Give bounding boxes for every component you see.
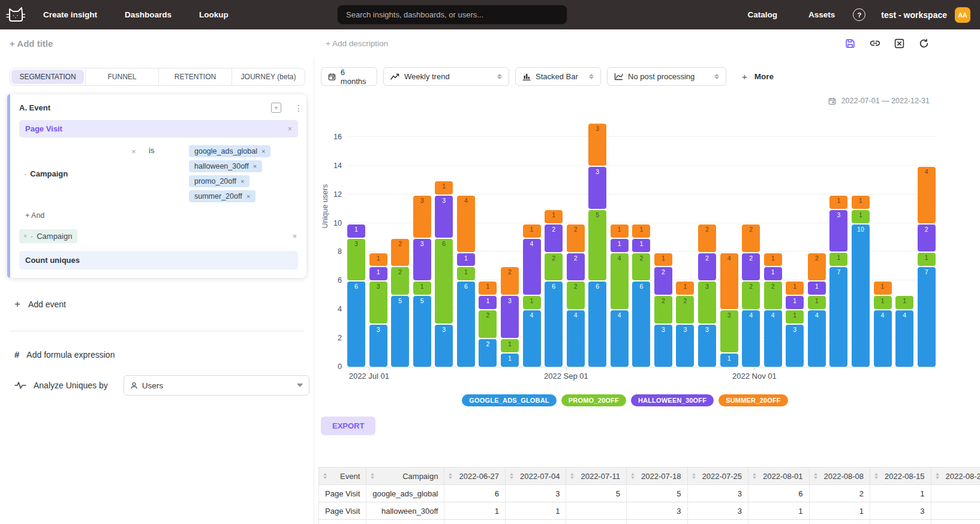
sort-icon[interactable] bbox=[570, 473, 574, 479]
kebab-menu-icon[interactable]: ⋮ bbox=[294, 106, 298, 110]
bar-segment[interactable]: 1 bbox=[829, 196, 847, 209]
bar-segment[interactable]: 1 bbox=[611, 239, 629, 252]
add-title-field[interactable]: + Add title bbox=[10, 38, 53, 49]
bar-segment[interactable]: 1 bbox=[874, 282, 892, 295]
sort-icon[interactable] bbox=[936, 473, 939, 479]
bar-segment[interactable]: 3 bbox=[501, 296, 519, 338]
column-header-campaign[interactable]: Campaign bbox=[366, 468, 444, 485]
avatar[interactable]: AA bbox=[955, 7, 970, 23]
add-formula-button[interactable]: # Add formula expression bbox=[14, 349, 314, 360]
search-input[interactable] bbox=[337, 5, 567, 25]
bar-segment[interactable]: 1 bbox=[874, 296, 892, 309]
bar-segment[interactable]: 4 bbox=[611, 310, 629, 367]
bar-segment[interactable]: 1 bbox=[611, 224, 629, 238]
add-event-button[interactable]: + Add event bbox=[14, 298, 314, 310]
bar-segment[interactable]: 2 bbox=[391, 267, 409, 295]
bar-2022-09-26[interactable]: 6211 bbox=[632, 224, 650, 367]
bar-segment[interactable]: 1 bbox=[545, 210, 563, 223]
add-and-condition[interactable]: + And bbox=[25, 211, 298, 220]
column-header-2022-07-11[interactable]: 2022-07-11 bbox=[566, 468, 627, 485]
nav-create-insight[interactable]: Create insight bbox=[43, 10, 97, 19]
post-processing-select[interactable]: No post processing bbox=[607, 67, 726, 86]
column-header-2022-08-01[interactable]: 2022-08-01 bbox=[748, 468, 810, 485]
bar-2022-12-05[interactable]: 1011 bbox=[852, 196, 870, 367]
bar-2022-08-01[interactable]: 6114 bbox=[457, 196, 475, 367]
bar-2022-08-15[interactable]: 1132 bbox=[501, 267, 519, 367]
sort-icon[interactable] bbox=[371, 473, 374, 479]
bar-2022-08-22[interactable]: 4141 bbox=[523, 224, 541, 367]
bar-segment[interactable]: 1 bbox=[808, 296, 826, 309]
bar-2022-06-27[interactable]: 631 bbox=[347, 224, 365, 367]
link-icon[interactable] bbox=[870, 38, 880, 49]
workspace-name[interactable]: test - workspace bbox=[881, 10, 947, 20]
bar-segment[interactable]: 4 bbox=[764, 310, 782, 367]
tab-retention[interactable]: RETENTION bbox=[158, 68, 232, 85]
column-header-2022-08-22[interactable]: 2022-08-22 bbox=[931, 468, 980, 485]
bar-segment[interactable]: 1 bbox=[852, 196, 870, 209]
bar-segment[interactable]: 4 bbox=[567, 310, 585, 367]
bar-segment[interactable]: 3 bbox=[413, 196, 431, 238]
add-description-field[interactable]: + Add description bbox=[326, 39, 388, 48]
sort-icon[interactable] bbox=[510, 473, 513, 479]
bar-segment[interactable]: 4 bbox=[742, 310, 760, 367]
column-header-2022-06-27[interactable]: 2022-06-27 bbox=[444, 468, 506, 485]
bar-segment[interactable]: 2 bbox=[742, 224, 760, 252]
legend-pill-google_ads_global[interactable]: GOOGLE_ADS_GLOBAL bbox=[462, 394, 557, 406]
bar-segment[interactable]: 1 bbox=[479, 296, 497, 309]
bar-segment[interactable]: 2 bbox=[479, 310, 497, 338]
column-header-2022-07-04[interactable]: 2022-07-04 bbox=[505, 468, 566, 485]
trend-select[interactable]: Weekly trend bbox=[383, 67, 509, 86]
bar-segment[interactable]: 4 bbox=[523, 310, 541, 367]
bar-2022-12-26[interactable]: 7124 bbox=[918, 167, 936, 367]
bar-segment[interactable]: 3 bbox=[698, 282, 716, 324]
remove-value-icon[interactable]: × bbox=[241, 178, 244, 185]
bar-2022-09-12[interactable]: 6533 bbox=[588, 124, 606, 367]
bar-2022-10-31[interactable]: 4222 bbox=[742, 224, 760, 367]
bar-segment[interactable]: 4 bbox=[895, 310, 913, 367]
bar-2022-10-10[interactable]: 321 bbox=[676, 282, 694, 367]
column-header-event[interactable]: Event bbox=[319, 468, 366, 485]
sort-icon[interactable] bbox=[753, 473, 756, 479]
bar-segment[interactable]: 4 bbox=[611, 253, 629, 310]
sort-icon[interactable] bbox=[631, 473, 635, 479]
filter-operator[interactable]: is bbox=[142, 145, 185, 202]
bar-segment[interactable]: 6 bbox=[588, 282, 606, 367]
bar-segment[interactable]: 1 bbox=[829, 253, 847, 266]
bar-2022-08-29[interactable]: 6221 bbox=[545, 210, 563, 367]
date-range[interactable]: 2022-07-01 — 2022-12-31 bbox=[828, 97, 930, 105]
bar-segment[interactable]: 1 bbox=[479, 282, 497, 295]
sort-icon[interactable] bbox=[449, 473, 452, 479]
bar-2022-08-08[interactable]: 2211 bbox=[479, 282, 497, 367]
time-range-button[interactable]: 6 months bbox=[321, 67, 377, 86]
bar-segment[interactable]: 2 bbox=[698, 253, 716, 281]
bar-segment[interactable]: 2 bbox=[479, 339, 497, 367]
bar-2022-09-19[interactable]: 4411 bbox=[611, 224, 629, 367]
bar-segment[interactable]: 3 bbox=[588, 167, 606, 209]
bar-segment[interactable]: 3 bbox=[435, 325, 453, 367]
column-header-2022-07-18[interactable]: 2022-07-18 bbox=[627, 468, 688, 485]
bar-2022-09-05[interactable]: 4222 bbox=[567, 224, 585, 367]
bar-segment[interactable]: 3 bbox=[654, 325, 672, 367]
bar-segment[interactable]: 2 bbox=[545, 224, 563, 252]
bar-2022-11-28[interactable]: 7131 bbox=[829, 196, 847, 367]
bar-segment[interactable]: 2 bbox=[742, 282, 760, 309]
remove-event-icon[interactable]: × bbox=[287, 124, 292, 133]
filter-value-chip[interactable]: summer_20off× bbox=[189, 190, 255, 202]
bar-segment[interactable]: 4 bbox=[523, 239, 541, 295]
bar-2022-10-24[interactable]: 134 bbox=[720, 253, 738, 367]
bar-segment[interactable]: 7 bbox=[918, 267, 936, 367]
bar-segment[interactable]: 3 bbox=[829, 210, 847, 252]
legend-pill-halloween_30off[interactable]: HALLOWEEN_30OFF bbox=[631, 394, 714, 406]
bar-segment[interactable]: 2 bbox=[391, 239, 409, 267]
bar-segment[interactable]: 1 bbox=[501, 339, 519, 352]
filter-value-chip[interactable]: google_ads_global× bbox=[189, 145, 270, 157]
column-header-2022-08-15[interactable]: 2022-08-15 bbox=[870, 468, 931, 485]
remove-value-icon[interactable]: × bbox=[253, 163, 257, 170]
bar-2022-11-14[interactable]: 3111 bbox=[786, 282, 804, 367]
bar-segment[interactable]: 4 bbox=[918, 167, 936, 223]
legend-pill-summer_20off[interactable]: SUMMER_20OFF bbox=[719, 394, 788, 406]
nav-dashboards[interactable]: Dashboards bbox=[125, 10, 172, 19]
bar-segment[interactable]: 1 bbox=[764, 253, 782, 267]
bar-segment[interactable]: 5 bbox=[413, 296, 431, 367]
bar-2022-07-04[interactable]: 3311 bbox=[369, 253, 387, 367]
